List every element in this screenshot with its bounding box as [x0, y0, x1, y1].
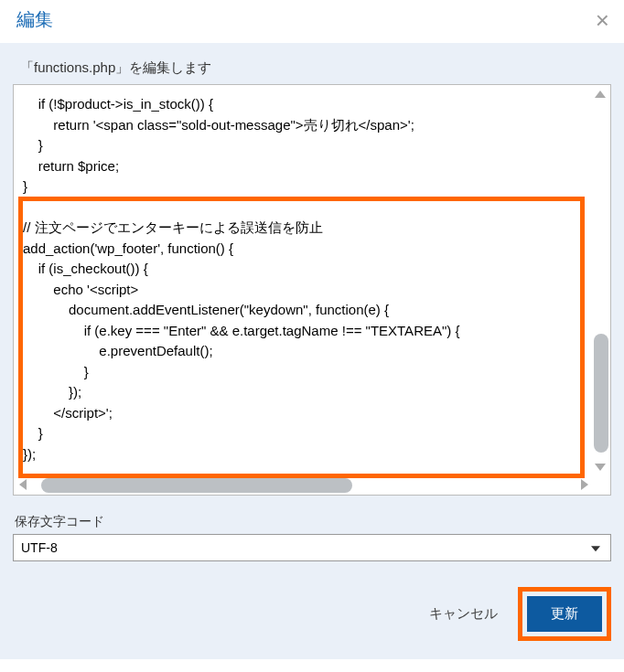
modal-header: 編集 × [0, 0, 624, 43]
encoding-select-wrapper: UTF-8 [13, 534, 611, 561]
vertical-scrollbar[interactable] [592, 87, 608, 475]
code-editor[interactable]: if (!$product->is_in_stock()) { return '… [13, 84, 611, 496]
encoding-select[interactable]: UTF-8 [13, 534, 611, 561]
horizontal-scrollbar[interactable] [16, 476, 592, 493]
update-highlight-box: 更新 [518, 587, 611, 641]
vertical-scroll-thumb[interactable] [594, 334, 608, 453]
modal-body: 「functions.php」を編集します if (!$product->is_… [0, 43, 624, 659]
scroll-up-icon[interactable] [595, 91, 606, 98]
scroll-right-icon[interactable] [581, 479, 588, 490]
close-button[interactable]: × [596, 8, 609, 32]
file-description: 「functions.php」を編集します [20, 59, 611, 77]
scroll-left-icon[interactable] [19, 479, 27, 490]
close-icon: × [596, 6, 609, 34]
update-button[interactable]: 更新 [527, 596, 602, 632]
encoding-label: 保存文字コード [15, 514, 611, 530]
code-content[interactable]: if (!$product->is_in_stock()) { return '… [14, 85, 610, 475]
cancel-button[interactable]: キャンセル [429, 605, 498, 623]
scroll-down-icon[interactable] [595, 464, 606, 471]
button-row: キャンセル 更新 [13, 587, 611, 641]
horizontal-scroll-thumb[interactable] [41, 478, 352, 493]
encoding-section: 保存文字コード UTF-8 [13, 514, 611, 561]
modal-title: 編集 [16, 7, 53, 32]
